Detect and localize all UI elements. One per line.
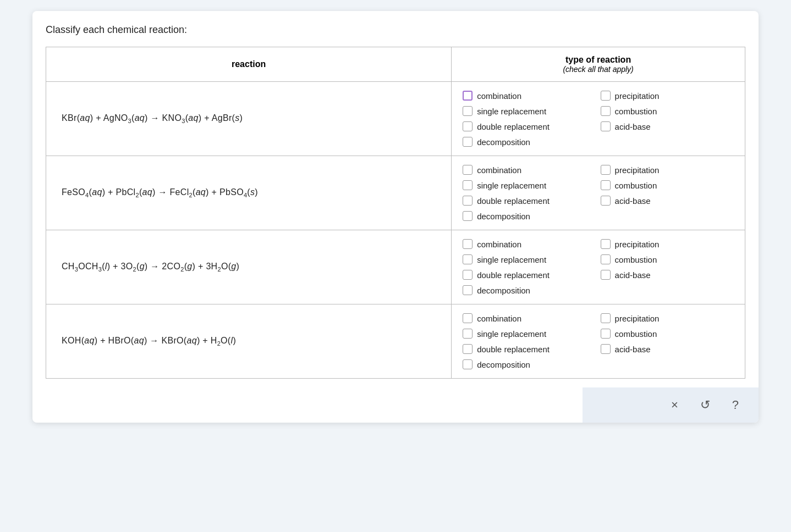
options-cell-2: combinationprecipitationsingle replaceme… xyxy=(452,156,745,230)
label-r4_precipitation: precipitation xyxy=(615,314,660,323)
label-r4_double: double replacement xyxy=(477,345,550,354)
checkbox-r3_precipitation[interactable] xyxy=(601,239,611,249)
checkbox-r3_combustion[interactable] xyxy=(601,254,611,264)
checkbox-r1_double[interactable] xyxy=(463,121,473,131)
option-item-r1_combination[interactable]: combination xyxy=(463,91,596,101)
option-item-r4_double[interactable]: double replacement xyxy=(463,344,596,354)
checkbox-r1_combustion[interactable] xyxy=(601,106,611,116)
checkbox-r4_decomposition[interactable] xyxy=(463,359,473,369)
option-item-r4_single[interactable]: single replacement xyxy=(463,329,596,339)
option-item-r2_combustion[interactable]: combustion xyxy=(601,180,734,190)
label-r2_single: single replacement xyxy=(477,181,546,190)
checkbox-r2_decomposition[interactable] xyxy=(463,211,473,221)
reaction-cell-2: FeSO4(aq) + PbCl2(aq) → FeCl2(aq) + PbSO… xyxy=(46,156,452,230)
label-r3_combustion: combustion xyxy=(615,255,657,264)
page-container: Classify each chemical reaction: reactio… xyxy=(32,11,759,423)
label-r2_decomposition: decomposition xyxy=(477,212,530,221)
label-r2_double: double replacement xyxy=(477,196,550,206)
option-item-r1_combustion[interactable]: combustion xyxy=(601,106,734,116)
option-item-r3_double[interactable]: double replacement xyxy=(463,270,596,280)
option-item-r2_decomposition[interactable]: decomposition xyxy=(463,211,596,221)
table-row: CH3OCH3(l) + 3O2(g) → 2CO2(g) + 3H2O(g)c… xyxy=(46,230,745,304)
checkbox-r1_combination[interactable] xyxy=(463,91,473,101)
option-item-r3_single[interactable]: single replacement xyxy=(463,254,596,264)
reaction-cell-3: CH3OCH3(l) + 3O2(g) → 2CO2(g) + 3H2O(g) xyxy=(46,230,452,304)
checkbox-r3_acidbase[interactable] xyxy=(601,270,611,280)
option-item-r4_combination[interactable]: combination xyxy=(463,313,596,323)
label-r2_precipitation: precipitation xyxy=(615,165,660,175)
checkbox-r3_decomposition[interactable] xyxy=(463,285,473,295)
checkbox-r2_double[interactable] xyxy=(463,196,473,206)
option-item-r1_precipitation[interactable]: precipitation xyxy=(601,91,734,101)
table-row: KBr(aq) + AgNO3(aq) → KNO3(aq) + AgBr(s)… xyxy=(46,82,745,156)
option-item-r3_acidbase[interactable]: acid-base xyxy=(601,270,734,280)
label-r4_acidbase: acid-base xyxy=(615,345,651,354)
option-item-r3_decomposition[interactable]: decomposition xyxy=(463,285,596,295)
checkbox-r4_double[interactable] xyxy=(463,344,473,354)
checkbox-r3_double[interactable] xyxy=(463,270,473,280)
checkbox-r1_decomposition[interactable] xyxy=(463,137,473,147)
option-item-r1_acidbase[interactable]: acid-base xyxy=(601,121,734,131)
options-cell-4: combinationprecipitationsingle replaceme… xyxy=(452,304,745,379)
reactions-table: reaction type of reaction (check all tha… xyxy=(46,47,745,379)
label-r1_single: single replacement xyxy=(477,107,546,116)
checkbox-r2_combination[interactable] xyxy=(463,165,473,175)
label-r3_double: double replacement xyxy=(477,270,550,280)
label-r2_combination: combination xyxy=(477,165,521,175)
label-r1_combination: combination xyxy=(477,91,521,101)
options-cell-3: combinationprecipitationsingle replaceme… xyxy=(452,230,745,304)
option-item-r4_decomposition[interactable]: decomposition xyxy=(463,359,596,369)
label-r2_acidbase: acid-base xyxy=(615,196,651,206)
reaction-column-header: reaction xyxy=(46,47,452,82)
label-r1_combustion: combustion xyxy=(615,107,657,116)
label-r1_decomposition: decomposition xyxy=(477,137,530,147)
checkbox-r2_precipitation[interactable] xyxy=(601,165,611,175)
label-r1_precipitation: precipitation xyxy=(615,91,660,101)
option-item-r1_double[interactable]: double replacement xyxy=(463,121,596,131)
label-r4_combination: combination xyxy=(477,314,521,323)
label-r3_single: single replacement xyxy=(477,255,546,264)
checkbox-r3_combination[interactable] xyxy=(463,239,473,249)
undo-button[interactable]: ↺ xyxy=(700,398,710,412)
label-r1_acidbase: acid-base xyxy=(615,122,651,131)
option-item-r4_acidbase[interactable]: acid-base xyxy=(601,344,734,354)
option-item-r2_double[interactable]: double replacement xyxy=(463,196,596,206)
option-item-r2_precipitation[interactable]: precipitation xyxy=(601,165,734,175)
checkbox-r2_single[interactable] xyxy=(463,180,473,190)
bottom-bar: × ↺ ? xyxy=(583,387,759,423)
checkbox-r4_combustion[interactable] xyxy=(601,329,611,339)
checkbox-r4_single[interactable] xyxy=(463,329,473,339)
option-item-r4_combustion[interactable]: combustion xyxy=(601,329,734,339)
checkbox-r3_single[interactable] xyxy=(463,254,473,264)
close-button[interactable]: × xyxy=(671,398,678,412)
type-column-header: type of reaction (check all that apply) xyxy=(452,47,745,82)
label-r3_decomposition: decomposition xyxy=(477,286,530,295)
option-item-r2_combination[interactable]: combination xyxy=(463,165,596,175)
help-button[interactable]: ? xyxy=(732,398,739,412)
label-r3_precipitation: precipitation xyxy=(615,240,660,249)
label-r3_combination: combination xyxy=(477,240,521,249)
checkbox-r4_acidbase[interactable] xyxy=(601,344,611,354)
checkbox-r1_precipitation[interactable] xyxy=(601,91,611,101)
label-r1_double: double replacement xyxy=(477,122,550,131)
label-r4_combustion: combustion xyxy=(615,329,657,339)
checkbox-r4_precipitation[interactable] xyxy=(601,313,611,323)
instruction: Classify each chemical reaction: xyxy=(46,24,745,36)
checkbox-r2_combustion[interactable] xyxy=(601,180,611,190)
option-item-r2_single[interactable]: single replacement xyxy=(463,180,596,190)
option-item-r3_combustion[interactable]: combustion xyxy=(601,254,734,264)
checkbox-r1_single[interactable] xyxy=(463,106,473,116)
checkbox-r2_acidbase[interactable] xyxy=(601,196,611,206)
option-item-r3_precipitation[interactable]: precipitation xyxy=(601,239,734,249)
checkbox-r4_combination[interactable] xyxy=(463,313,473,323)
options-cell-1: combinationprecipitationsingle replaceme… xyxy=(452,82,745,156)
option-item-r1_single[interactable]: single replacement xyxy=(463,106,596,116)
table-row: FeSO4(aq) + PbCl2(aq) → FeCl2(aq) + PbSO… xyxy=(46,156,745,230)
reaction-cell-1: KBr(aq) + AgNO3(aq) → KNO3(aq) + AgBr(s) xyxy=(46,82,452,156)
reaction-cell-4: KOH(aq) + HBrO(aq) → KBrO(aq) + H2O(l) xyxy=(46,304,452,379)
option-item-r2_acidbase[interactable]: acid-base xyxy=(601,196,734,206)
option-item-r3_combination[interactable]: combination xyxy=(463,239,596,249)
checkbox-r1_acidbase[interactable] xyxy=(601,121,611,131)
option-item-r4_precipitation[interactable]: precipitation xyxy=(601,313,734,323)
option-item-r1_decomposition[interactable]: decomposition xyxy=(463,137,596,147)
